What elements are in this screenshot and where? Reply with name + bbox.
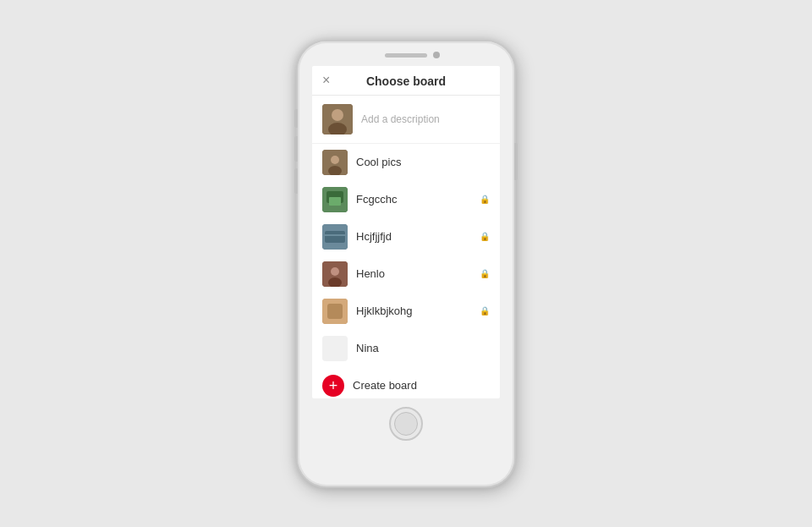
board-name: Cool pics (356, 156, 490, 168)
board-thumbnail (322, 261, 348, 287)
camera (433, 52, 440, 58)
volume-up-button[interactable] (294, 136, 298, 162)
board-thumbnail (322, 150, 348, 175)
svg-rect-16 (327, 304, 343, 319)
board-thumbnail (322, 336, 348, 361)
close-button[interactable]: × (322, 74, 330, 87)
profile-row: Add a description (312, 96, 500, 144)
lock-icon: 🔒 (480, 306, 490, 316)
board-thumbnail (322, 224, 348, 250)
profile-description: Add a description (361, 113, 440, 125)
board-item-fcgcchc[interactable]: Fcgcchc 🔒 (312, 181, 500, 218)
home-button-inner (394, 412, 418, 436)
volume-down-button[interactable] (294, 168, 298, 194)
board-name: Hcjfjjfjd (356, 230, 480, 243)
svg-point-4 (331, 156, 339, 164)
svg-point-13 (331, 267, 339, 276)
screen-header: × Choose board (312, 66, 500, 96)
lock-icon: 🔒 (480, 195, 490, 204)
create-board-label: Create board (353, 379, 417, 392)
mute-button[interactable] (294, 109, 298, 128)
board-item-cool-pics[interactable]: Cool pics (312, 144, 500, 181)
lock-icon: 🔒 (480, 269, 490, 278)
profile-avatar (322, 104, 353, 134)
board-name: Hjklkbjkohg (356, 305, 480, 317)
create-board-item[interactable]: + Create board (312, 367, 500, 398)
svg-point-1 (332, 109, 343, 121)
board-item-hjklkbjkohg[interactable]: Hjklkbjkohg 🔒 (312, 293, 500, 330)
board-name: Fcgcchc (356, 193, 480, 206)
phone-device: × Choose board Add a description (296, 40, 516, 488)
svg-rect-10 (325, 231, 345, 243)
screen-title: Choose board (366, 74, 446, 88)
speaker (385, 53, 427, 58)
board-item-nina[interactable]: Nina (312, 330, 500, 367)
board-name: Nina (356, 342, 490, 354)
board-thumbnail (322, 299, 348, 324)
svg-rect-8 (329, 197, 341, 206)
board-item-henlo[interactable]: Henlo 🔒 (312, 255, 500, 293)
board-name: Henlo (356, 267, 480, 280)
board-thumbnail (322, 187, 348, 212)
board-item-hcjfjjfjd[interactable]: Hcjfjjfjd 🔒 (312, 218, 500, 255)
boards-list: Cool pics Fcgcchc 🔒 Hcjfjjfjd 🔒 (312, 144, 500, 398)
avatar-image (322, 104, 353, 134)
phone-screen: × Choose board Add a description (312, 66, 500, 398)
create-board-icon: + (322, 375, 344, 397)
home-button[interactable] (389, 407, 423, 441)
power-button[interactable] (514, 143, 518, 180)
lock-icon: 🔒 (480, 232, 490, 241)
